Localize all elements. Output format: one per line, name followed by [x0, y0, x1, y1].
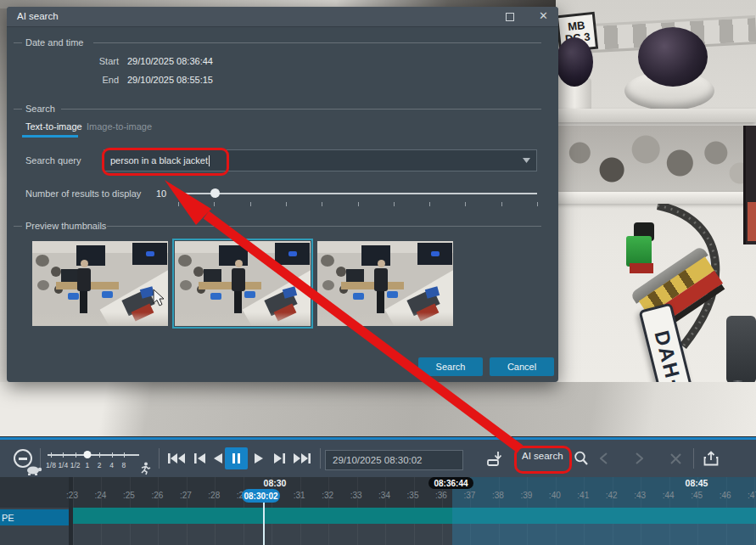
play-icon	[255, 453, 263, 464]
minute-tick-label: :33	[350, 491, 362, 500]
play-backward-icon	[214, 453, 222, 464]
tab-text-to-image[interactable]: Text-to-image	[25, 121, 82, 132]
minute-tick-label: :46	[720, 491, 731, 500]
slider-tick	[322, 202, 322, 206]
minute-tick-label: :26	[151, 491, 163, 500]
slider-tick	[214, 202, 215, 206]
chevron-left-icon	[600, 452, 608, 464]
skip-end-icon	[294, 453, 311, 464]
timeline[interactable]: PE :23:24:25:26:27:28:29:31:32:33:34:35:…	[0, 477, 756, 545]
photo-train-base	[630, 263, 653, 273]
ai-search-button[interactable]: AI search	[522, 451, 563, 461]
timestamp-field[interactable]: 29/10/2025 08:30:02	[325, 450, 463, 470]
speed-tick	[63, 452, 64, 458]
speed-tick	[99, 452, 100, 458]
speed-label[interactable]: 1/4	[58, 461, 68, 469]
active-tab-underline	[22, 135, 78, 138]
end-label: End	[68, 75, 119, 85]
previous-frame-button[interactable]	[192, 447, 207, 469]
text-caret	[209, 155, 210, 166]
app-window: MB DC 3 DAH·04	[0, 0, 756, 545]
preview-thumbnail-3[interactable]	[317, 241, 453, 326]
preview-thumbnail-1[interactable]	[32, 241, 168, 326]
slider-tick	[178, 202, 179, 206]
export-icon	[703, 451, 719, 466]
speed-slider-thumb[interactable]	[83, 451, 91, 458]
minute-tick-label: :45	[691, 491, 703, 500]
toolbar-divider	[159, 448, 160, 469]
end-value: 29/10/2025 08:55:15	[127, 75, 213, 85]
slider-tick	[394, 202, 395, 206]
start-value: 29/10/2025 08:36:44	[127, 56, 213, 66]
play-backward-button[interactable]	[210, 447, 226, 469]
slider-tick	[501, 202, 502, 206]
minute-tick-label: :36	[435, 491, 447, 500]
export-button[interactable]	[701, 447, 721, 469]
speed-label[interactable]: 2	[98, 461, 102, 469]
search-group-label: Search	[25, 104, 55, 114]
minute-tick-label: :47	[748, 491, 756, 500]
slider-tick	[250, 202, 251, 206]
runner-icon	[139, 462, 151, 475]
start-label: Start	[68, 56, 119, 66]
play-forward-button[interactable]	[251, 447, 266, 469]
photo-equipment-clutter	[556, 126, 756, 194]
minute-tick-label: :40	[549, 491, 561, 500]
close-icon[interactable]: ✕	[539, 9, 548, 22]
minute-tick-label: :43	[634, 491, 646, 500]
group-divider	[14, 226, 22, 227]
minute-tick-label: :38	[492, 491, 504, 500]
photo-desk-surface	[0, 382, 756, 437]
save-video-button[interactable]	[485, 447, 506, 469]
photo-shelf-board	[556, 192, 756, 204]
toolbar-accent-line	[0, 436, 756, 440]
minute-tick-label: :28	[208, 491, 220, 500]
search-button[interactable]: Search	[418, 357, 483, 376]
selection-start-pill: 08:36:44	[428, 477, 473, 489]
cancel-button[interactable]: Cancel	[490, 357, 554, 376]
next-result-button[interactable]	[631, 447, 647, 469]
results-slider[interactable]	[178, 193, 537, 194]
search-query-label: Search query	[25, 155, 81, 166]
tab-image-to-image[interactable]: Image-to-image	[87, 121, 152, 132]
search-query-input[interactable]: person in a black jacket	[104, 149, 537, 171]
clear-search-button[interactable]	[668, 447, 683, 469]
results-count-value: 10	[156, 188, 166, 199]
playhead-time-pill[interactable]: 08:30:02	[242, 489, 280, 503]
previous-result-button[interactable]	[596, 447, 611, 469]
next-frame-button[interactable]	[272, 447, 287, 469]
minute-tick-label: :37	[463, 491, 475, 500]
search-query-value: person in a black jacket	[110, 155, 208, 166]
next-frame-icon	[274, 453, 285, 464]
minute-tick-label: :24	[95, 491, 107, 500]
pause-button[interactable]	[225, 447, 248, 469]
speed-label[interactable]: 1/8	[46, 461, 56, 469]
minute-tick-label: :39	[520, 491, 532, 500]
group-divider	[93, 42, 541, 43]
timeline-search-button[interactable]	[572, 447, 591, 469]
dialog-title: AI search	[17, 11, 59, 21]
minute-tick-label: :23	[66, 491, 78, 500]
ai-search-dialog: AI search ✕ Date and time Start 29/10/20…	[7, 7, 558, 382]
minute-tick-label: :41	[577, 491, 589, 500]
query-dropdown-button[interactable]	[516, 150, 536, 171]
minute-tick-label: :34	[378, 491, 390, 500]
maximize-icon[interactable]	[506, 13, 514, 21]
skip-to-start-button[interactable]	[166, 447, 187, 469]
preview-thumbnail-2[interactable]	[175, 241, 311, 326]
prev-frame-icon	[194, 453, 205, 464]
photo-shelf-board	[556, 109, 756, 122]
slider-tick	[429, 202, 430, 206]
results-slider-thumb[interactable]	[210, 188, 220, 198]
skip-to-end-button[interactable]	[291, 447, 313, 469]
speed-slider[interactable]	[48, 454, 139, 456]
speed-label[interactable]: 1	[86, 461, 90, 469]
speed-tick	[124, 452, 125, 458]
speed-label[interactable]: 8	[121, 461, 126, 469]
speed-label[interactable]: 4	[109, 461, 114, 469]
hour-label-0845: 08:45	[676, 478, 717, 488]
speed-label[interactable]: 1/2	[70, 461, 81, 469]
group-divider	[14, 42, 22, 43]
dialog-titlebar[interactable]: AI search ✕	[7, 7, 558, 27]
camera-row-header[interactable]: PE	[0, 509, 69, 525]
